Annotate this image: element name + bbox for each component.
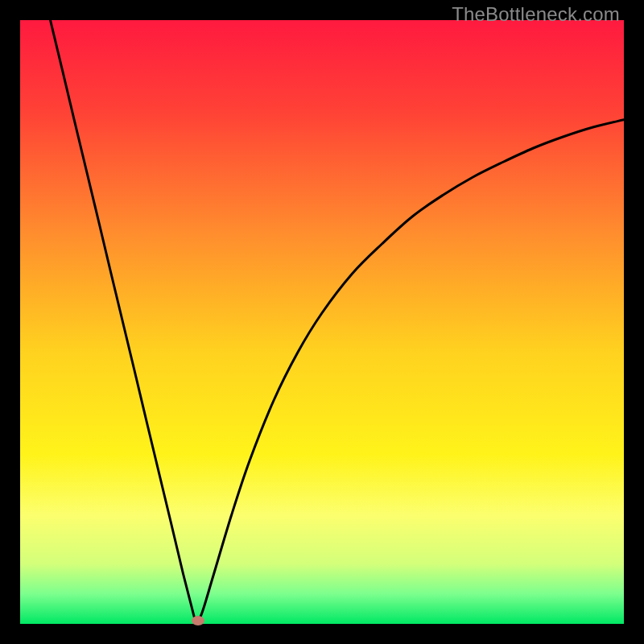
bottleneck-curve: [51, 20, 625, 621]
chart-frame: [20, 20, 624, 624]
chart-plot: [20, 20, 624, 624]
minimum-marker-icon: [192, 616, 204, 625]
watermark-text: TheBottleneck.com: [452, 3, 620, 26]
